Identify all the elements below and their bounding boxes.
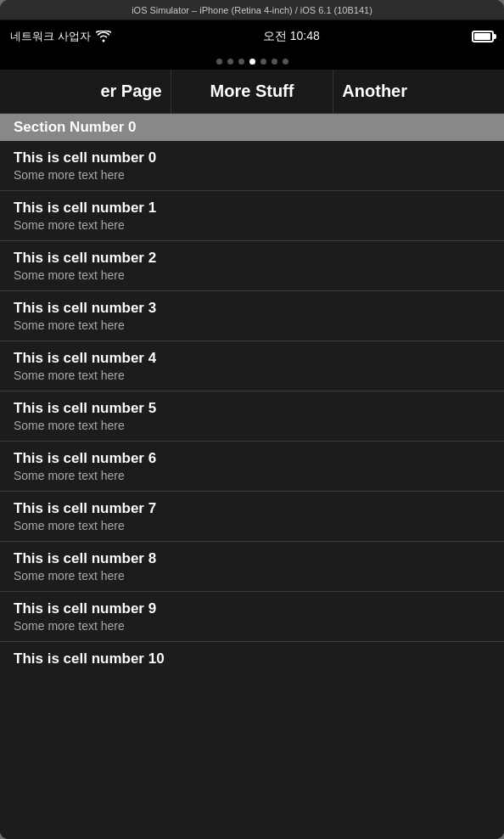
wifi-icon [96,31,111,42]
cell-title: This is cell number 4 [14,350,490,367]
page-dots [0,53,504,70]
cell-subtitle: Some more text here [14,419,490,432]
cell-subtitle: Some more text here [14,619,490,633]
cell-title: This is cell number 0 [14,149,490,166]
carrier-label: 네트워크 사업자 [10,29,91,44]
battery-icon [472,31,494,42]
cell-subtitle: Some more text here [14,569,490,583]
list-item[interactable]: This is cell number 1Some more text here [0,191,504,241]
cell-title: This is cell number 9 [14,600,490,617]
list-item[interactable]: This is cell number 6Some more text here [0,442,504,492]
dot-3[interactable] [249,59,255,65]
status-left: 네트워크 사업자 [10,29,111,44]
cell-title: This is cell number 3 [14,300,490,317]
simulator-frame: iOS Simulator – iPhone (Retina 4-inch) /… [0,0,504,839]
status-right [472,31,494,42]
cell-subtitle: Some more text here [14,168,490,182]
cell-title: This is cell number 8 [14,550,490,567]
list-item[interactable]: This is cell number 7Some more text here [0,492,504,542]
cell-subtitle: Some more text here [14,268,490,282]
time-label: 오전 10:48 [263,29,320,44]
cells-container: This is cell number 0Some more text here… [0,141,504,676]
dot-5[interactable] [272,59,277,65]
cell-title: This is cell number 6 [14,450,490,467]
tab-bar: er Page More Stuff Another [0,70,504,114]
cell-title: This is cell number 10 [14,650,490,667]
cell-subtitle: Some more text here [14,519,490,532]
list-item[interactable]: This is cell number 5Some more text here [0,391,504,442]
cell-title: This is cell number 1 [14,200,490,217]
status-bar: 네트워크 사업자 오전 10:48 [0,20,504,53]
list-item[interactable]: This is cell number 0Some more text here [0,141,504,191]
section-header: Section Number 0 [0,114,504,141]
phone-screen: 네트워크 사업자 오전 10:48 [0,20,504,839]
dot-4[interactable] [260,59,266,65]
tab-er-page[interactable]: er Page [0,70,171,113]
list-item[interactable]: This is cell number 2Some more text here [0,241,504,291]
dot-2[interactable] [238,59,244,65]
cell-subtitle: Some more text here [14,369,490,382]
cell-title: This is cell number 7 [14,500,490,517]
list-container: Section Number 0 This is cell number 0So… [0,114,504,839]
tab-more-stuff[interactable]: More Stuff [171,70,334,113]
list-item[interactable]: This is cell number 10 [0,642,504,676]
dot-6[interactable] [283,59,288,65]
simulator-title: iOS Simulator – iPhone (Retina 4-inch) /… [132,5,372,15]
tab-another[interactable]: Another [333,70,504,113]
list-item[interactable]: This is cell number 8Some more text here [0,542,504,592]
cell-subtitle: Some more text here [14,218,490,232]
list-item[interactable]: This is cell number 3Some more text here [0,291,504,341]
list-item[interactable]: This is cell number 9Some more text here [0,592,504,642]
cell-subtitle: Some more text here [14,469,490,482]
cell-subtitle: Some more text here [14,318,490,332]
cell-title: This is cell number 5 [14,400,490,417]
cell-title: This is cell number 2 [14,250,490,267]
dot-1[interactable] [227,59,233,65]
list-item[interactable]: This is cell number 4Some more text here [0,341,504,391]
simulator-titlebar: iOS Simulator – iPhone (Retina 4-inch) /… [0,0,504,20]
dot-0[interactable] [216,59,222,65]
